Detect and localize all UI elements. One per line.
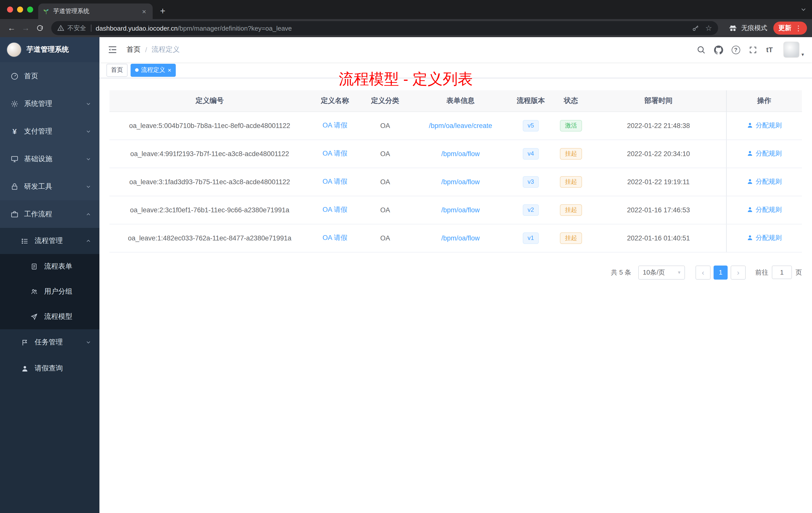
- next-page-button[interactable]: ›: [731, 265, 746, 279]
- security-label[interactable]: 不安全: [67, 24, 86, 32]
- sidebar-item-system[interactable]: 系统管理: [0, 90, 99, 117]
- sidebar-item-process-management[interactable]: 流程管理: [0, 228, 99, 254]
- briefcase-icon: [10, 210, 19, 218]
- form-info-link[interactable]: /bpm/oa/flow: [441, 178, 480, 185]
- version-badge: v4: [522, 148, 539, 159]
- definition-name-link[interactable]: OA 请假: [322, 121, 347, 129]
- form-info-link[interactable]: /bpm/oa/leave/create: [429, 122, 492, 129]
- form-info-link[interactable]: /bpm/oa/flow: [441, 234, 480, 242]
- sidebar-item-label: 支付管理: [24, 127, 52, 136]
- sidebar-item-home[interactable]: 首页: [0, 62, 99, 90]
- sidebar-item-process-model[interactable]: 流程模型: [0, 304, 99, 329]
- fullscreen-icon[interactable]: [749, 45, 758, 54]
- chevron-down-icon: [85, 128, 91, 134]
- tag-home[interactable]: 首页: [107, 63, 127, 77]
- page-size-select[interactable]: 10条/页 ▾: [638, 265, 685, 279]
- assign-rule-label: 分配规则: [756, 121, 782, 130]
- tag-process-definition[interactable]: 流程定义 ×: [130, 63, 176, 77]
- sidebar-item-dev-tools[interactable]: 研发工具: [0, 173, 99, 200]
- sidebar-logo[interactable]: 芋道管理系统: [0, 37, 99, 62]
- definition-name-link[interactable]: OA 请假: [322, 150, 347, 157]
- reload-icon[interactable]: [33, 22, 46, 35]
- yen-icon: ¥: [10, 127, 19, 135]
- browser-menu-icon[interactable]: ⋮: [795, 24, 802, 32]
- new-tab-button[interactable]: +: [156, 4, 170, 18]
- page-number-1[interactable]: 1: [714, 265, 728, 279]
- sidebar-item-user-group[interactable]: 用户分组: [0, 279, 99, 304]
- definition-category: OA: [360, 168, 410, 196]
- breadcrumb-home[interactable]: 首页: [126, 45, 141, 54]
- font-size-icon[interactable]: tT: [766, 46, 773, 54]
- prev-page-button[interactable]: ‹: [696, 265, 710, 279]
- tab-close-icon[interactable]: ×: [140, 7, 148, 15]
- breadcrumb-current: 流程定义: [152, 45, 180, 54]
- sidebar: 芋道管理系统 首页 系统管理 ¥: [0, 37, 99, 513]
- tab-favicon-icon: [43, 8, 50, 15]
- assign-rule-label: 分配规则: [756, 233, 782, 242]
- user-menu[interactable]: ▾: [783, 42, 804, 58]
- definition-name-link[interactable]: OA 请假: [322, 206, 347, 213]
- assign-rule-link[interactable]: 分配规则: [747, 149, 782, 158]
- form-info-link[interactable]: /bpm/oa/flow: [441, 150, 480, 157]
- update-button[interactable]: 更新 ⋮: [773, 22, 807, 35]
- deploy-time: 2022-01-16 01:40:51: [591, 224, 726, 252]
- address-bar[interactable]: 不安全 dashboard.yudao.iocoder.cn /bpm/mana…: [51, 21, 718, 35]
- assign-rule-link[interactable]: 分配规则: [747, 205, 782, 214]
- status-badge: 挂起: [560, 176, 582, 187]
- definition-name-link[interactable]: OA 请假: [322, 178, 347, 185]
- help-icon[interactable]: ?: [732, 46, 740, 54]
- chevron-up-icon: [85, 211, 91, 217]
- sidebar-item-process-form[interactable]: 流程表单: [0, 254, 99, 279]
- definition-category: OA: [360, 224, 410, 252]
- forward-icon[interactable]: →: [19, 22, 32, 35]
- users-icon: [31, 288, 39, 295]
- window-controls: [7, 6, 33, 12]
- pagination: 共 5 条 10条/页 ▾ ‹ 1 › 前往 页: [110, 265, 802, 279]
- page-size-value: 10条/页: [643, 268, 665, 277]
- collapse-sidebar-icon[interactable]: [108, 45, 117, 55]
- definition-table: 定义编号 定义名称 定义分类 表单信息 流程版本 状态 部署时间 操作 oa_l: [110, 90, 802, 252]
- search-icon[interactable]: [696, 45, 705, 54]
- url-path: /bpm/manager/definition?key=oa_leave: [178, 24, 292, 32]
- sidebar-item-workflow[interactable]: 工作流程: [0, 200, 99, 228]
- password-key-icon[interactable]: [691, 24, 699, 32]
- col-deploy-time: 部署时间: [591, 90, 726, 112]
- version-badge: v2: [522, 204, 539, 216]
- assign-rule-link[interactable]: 分配规则: [747, 177, 782, 186]
- table-header-row: 定义编号 定义名称 定义分类 表单信息 流程版本 状态 部署时间 操作: [110, 90, 802, 112]
- sidebar-item-label: 研发工具: [24, 182, 52, 191]
- status-badge: 挂起: [560, 204, 582, 216]
- zoom-window-button[interactable]: [27, 6, 33, 12]
- sidebar-item-task-management[interactable]: 任务管理: [0, 329, 99, 355]
- sidebar-item-infrastructure[interactable]: 基础设施: [0, 145, 99, 173]
- definition-name-link[interactable]: OA 请假: [322, 234, 347, 241]
- bookmark-star-icon[interactable]: ☆: [705, 24, 712, 33]
- github-icon[interactable]: [714, 45, 723, 54]
- page-suffix: 页: [795, 268, 802, 277]
- tag-close-icon[interactable]: ×: [168, 67, 171, 73]
- deploy-time: 2022-01-22 19:19:11: [591, 168, 726, 196]
- back-icon[interactable]: ←: [5, 22, 18, 35]
- minimize-window-button[interactable]: [17, 6, 23, 12]
- sidebar-item-leave-query[interactable]: 请假查询: [0, 355, 99, 382]
- close-window-button[interactable]: [7, 6, 13, 12]
- browser-tab[interactable]: 芋道管理系统 ×: [38, 3, 153, 19]
- goto-page-input[interactable]: [772, 266, 792, 279]
- deploy-time: 2022-01-16 17:46:53: [591, 196, 726, 224]
- flag-icon: [21, 338, 29, 346]
- person-icon: [21, 365, 29, 372]
- navbar-actions: ? tT ▾: [696, 42, 804, 58]
- sidebar-item-label: 流程管理: [35, 236, 63, 245]
- assign-rule-link[interactable]: 分配规则: [747, 233, 782, 242]
- assign-rule-link[interactable]: 分配规则: [747, 121, 782, 130]
- avatar[interactable]: [783, 42, 800, 58]
- omnibox-divider: [91, 25, 91, 32]
- caret-down-icon: ▾: [802, 52, 804, 58]
- tabstrip-chevron-icon[interactable]: [800, 6, 807, 13]
- form-info-link[interactable]: /bpm/oa/flow: [441, 206, 480, 214]
- sidebar-item-label: 任务管理: [35, 338, 63, 347]
- update-label: 更新: [778, 24, 791, 33]
- logo-title: 芋道管理系统: [27, 45, 69, 54]
- sidebar-item-payment[interactable]: ¥ 支付管理: [0, 117, 99, 145]
- definition-category: OA: [360, 112, 410, 140]
